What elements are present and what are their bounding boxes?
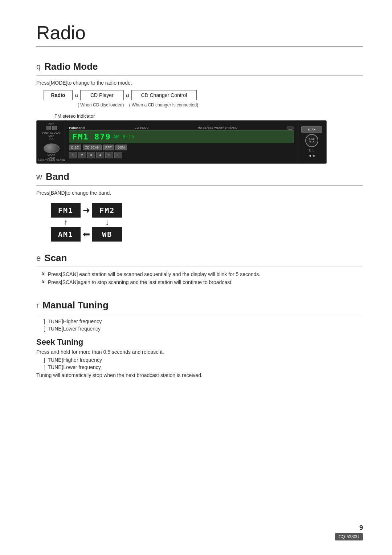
display-time: AM 8:15: [113, 134, 135, 139]
section-scan: e Scan Press[SCAN] each station will be …: [36, 252, 363, 285]
tuning-lower: [ TUNE[Lower frequency: [44, 326, 363, 332]
section-number-e: e: [36, 254, 41, 263]
seek-bracket-higher: ]: [44, 357, 45, 363]
arrow-fm1-to-fm2: ➜: [81, 203, 92, 218]
device-display: FM1 879 AM 8:15: [69, 130, 294, 143]
band-fm1: FM1: [51, 203, 81, 218]
section-divider-1: [36, 75, 363, 76]
band-am1: AM1: [51, 227, 81, 242]
mode-arrow-2: a: [126, 92, 129, 98]
top-buttons: [46, 126, 57, 130]
mode-box-radio: Radio: [44, 90, 73, 100]
band-fm2: FM2: [92, 203, 122, 218]
mode-ctrl-label: MODE: [48, 154, 55, 157]
tune-seek-dial[interactable]: TUNESEEK: [305, 134, 318, 147]
section-number-w: w: [36, 172, 42, 182]
mode-sub-radio: [44, 102, 73, 108]
seek-tuning-title: Seek Tuning: [36, 337, 363, 347]
section-divider-3: [36, 267, 363, 267]
display-frequency: FM1 879: [72, 132, 111, 141]
band-wb: WB: [92, 227, 122, 242]
bass-label: BASS/TRE/BAL/FADER: [38, 159, 65, 162]
seek-bracket-lower: [: [44, 364, 45, 370]
scan-bullet-1: Press[SCAN] each station will be scanned…: [42, 271, 363, 277]
control-buttons-row: DISC CD SCAN RPT BSM: [69, 145, 294, 150]
vol-label: VOL: [49, 137, 54, 140]
band-desc: Press[BAND]to change the band.: [36, 190, 363, 196]
fm-indicator-label: FM stereo indicator: [54, 113, 363, 119]
cd-scan-button[interactable]: CD SCAN: [83, 145, 102, 150]
page-number: 9: [359, 524, 363, 532]
pwr-label: PWR: [48, 122, 54, 125]
series-label: HD SERIES WEATHER BAND: [198, 126, 237, 129]
section-divider-2: [36, 185, 363, 186]
btn-eject[interactable]: [52, 126, 57, 130]
tuning-higher: ] TUNE]Higher frequency: [44, 319, 363, 324]
brand-row: Panasonic CQ-5330U HD SERIES WEATHER BAN…: [69, 126, 294, 130]
device-illustration: PWR PUSH SEL/SAT DISP VOL MODE BAND BASS…: [36, 120, 327, 164]
brand-name: Panasonic: [69, 126, 85, 130]
section-number-r: r: [36, 301, 39, 310]
preset-6[interactable]: 6: [114, 152, 122, 158]
arrow-am1-to-fm1: ↑: [51, 218, 81, 227]
page-title: Radio: [36, 22, 363, 47]
arrow-wb-to-am1: ⬅: [81, 227, 92, 242]
device-left-panel: PWR PUSH SEL/SAT DISP VOL MODE BAND BASS…: [37, 121, 66, 163]
preset-3[interactable]: 3: [87, 152, 95, 158]
seek-higher: ] TUNE}Higher frequency: [44, 357, 363, 363]
volume-knob[interactable]: [44, 143, 60, 153]
section-radio-mode: q Radio Mode Press[MODE]to change to the…: [36, 61, 363, 164]
bracket-higher: ]: [44, 319, 45, 324]
section-band: w Band Press[BAND]to change the band. FM…: [36, 171, 363, 245]
btn-pwr[interactable]: [46, 126, 51, 130]
band-cycle-diagram: FM1 ➜ FM2 ↑ ↓ AM1 ⬅ WB: [51, 203, 122, 242]
scan-bullet-2: Press[SCAN]again to stop scanning and th…: [42, 279, 363, 285]
section-manual-tuning: r Manual Tuning ] TUNE]Higher frequency …: [36, 300, 363, 332]
scan-bullet-list: Press[SCAN] each station will be scanned…: [42, 271, 363, 285]
mode-box-cd-changer: CD Changer Control: [131, 90, 197, 100]
preset-5[interactable]: 5: [105, 152, 113, 158]
section-band-header: w Band: [36, 171, 363, 182]
preset-4[interactable]: 4: [96, 152, 104, 158]
device-middle-panel: Panasonic CQ-5330U HD SERIES WEATHER BAN…: [66, 121, 297, 163]
mode-boxes-row: Radio a CD Player a CD Changer Control: [44, 90, 363, 100]
il-l-label: IL.L: [309, 149, 314, 152]
section-title-radio-mode: Radio Mode: [44, 61, 98, 72]
bsm-button[interactable]: BSM: [115, 145, 127, 150]
section-title-band: Band: [46, 171, 69, 182]
mode-box-cd-player: CD Player: [80, 90, 124, 100]
arrow-fm2-to-wb: ↓: [92, 218, 122, 227]
seek-tune-higher: TUNE}Higher frequency: [48, 357, 102, 363]
section-title-manual-tuning: Manual Tuning: [42, 300, 109, 311]
section-title-scan: Scan: [44, 252, 67, 264]
mode-arrow-1: a: [75, 92, 78, 98]
device-inner: PWR PUSH SEL/SAT DISP VOL MODE BAND BASS…: [37, 121, 326, 163]
disc-button[interactable]: DISC: [69, 145, 81, 150]
mode-sub-cd-player: ( When CD disc loaded): [78, 102, 124, 108]
spacer-middle: [81, 218, 92, 227]
seek-tune-lower: TUNE{Lower frequency: [48, 364, 101, 370]
seek-lower: [ TUNE{Lower frequency: [44, 364, 363, 370]
rpt-button[interactable]: RPT: [103, 145, 114, 150]
scan-button[interactable]: SCAN: [301, 126, 322, 133]
preset-1[interactable]: 1: [69, 152, 77, 158]
mode-diagram: Radio a CD Player a CD Changer Control (…: [44, 90, 363, 108]
manual-tuning-list: ] TUNE]Higher frequency [ TUNE[Lower fre…: [44, 319, 363, 332]
seek-tuning-desc: Press and hold for more than 0.5 seconds…: [36, 349, 363, 355]
tune-label-lower: TUNE[Lower frequency: [48, 326, 101, 332]
section-number-q: q: [36, 62, 41, 72]
mode-sub-cd-changer: ( When a CD changer is connected): [129, 102, 198, 108]
section-scan-header: e Scan: [36, 252, 363, 264]
bracket-lower: [: [44, 326, 45, 332]
model-label: CQ-5330U: [135, 126, 148, 129]
seek-tuning-list: ] TUNE}Higher frequency [ TUNE{Lower fre…: [44, 357, 363, 370]
section-seek-tuning: Seek Tuning Press and hold for more than…: [36, 337, 363, 378]
mode-sub-labels: ( When CD disc loaded) ( When a CD chang…: [44, 102, 363, 108]
loud-indicator: [287, 126, 294, 130]
back-arrow: ◄◄: [308, 154, 315, 158]
tune-label-higher: TUNE]Higher frequency: [48, 319, 102, 324]
page-number-area: 9 CQ-5330U: [335, 524, 363, 540]
preset-2[interactable]: 2: [78, 152, 86, 158]
seek-note: Tuning will automatically stop when the …: [36, 372, 363, 378]
model-badge: CQ-5330U: [335, 533, 363, 540]
